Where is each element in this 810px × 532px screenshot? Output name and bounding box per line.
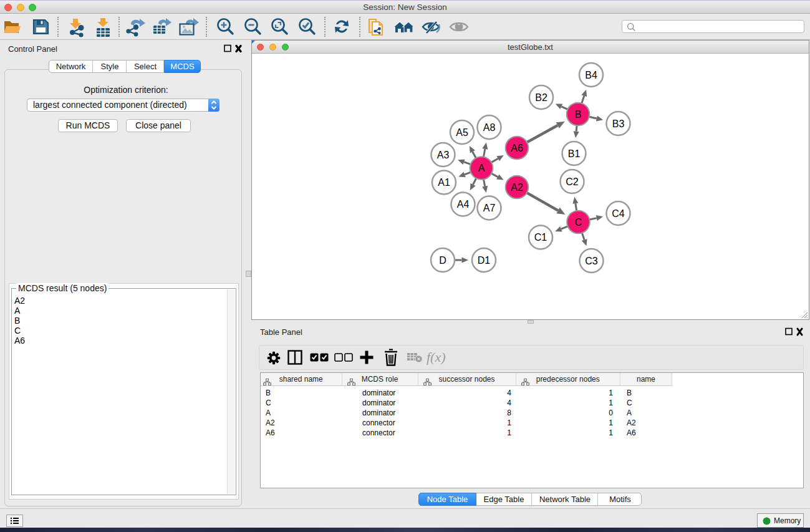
- svg-text:B: B: [575, 109, 582, 120]
- svg-text:A4: A4: [457, 199, 470, 210]
- svg-text:B3: B3: [612, 118, 625, 129]
- svg-text:C4: C4: [612, 208, 625, 219]
- svg-text:A6: A6: [511, 143, 523, 153]
- svg-text:A5: A5: [456, 127, 468, 138]
- svg-text:A7: A7: [483, 203, 496, 213]
- svg-text:C3: C3: [585, 256, 598, 266]
- svg-text:B2: B2: [535, 92, 547, 103]
- svg-text:C2: C2: [566, 177, 579, 187]
- svg-text:A1: A1: [438, 177, 450, 188]
- svg-text:C1: C1: [534, 232, 547, 243]
- svg-text:A2: A2: [511, 182, 523, 193]
- svg-text:A3: A3: [437, 150, 450, 160]
- svg-text:D1: D1: [478, 255, 491, 266]
- svg-text:B4: B4: [585, 70, 597, 80]
- svg-text:D: D: [439, 255, 446, 266]
- svg-text:C: C: [575, 217, 582, 228]
- svg-text:A8: A8: [483, 122, 496, 133]
- svg-text:B1: B1: [568, 148, 581, 159]
- svg-text:A: A: [478, 163, 485, 173]
